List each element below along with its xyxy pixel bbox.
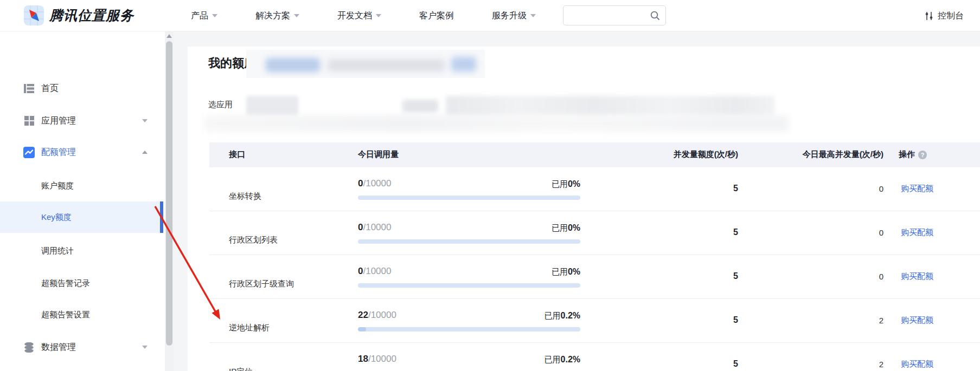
usage-progress-bar [358,283,580,288]
table-row: 逆地址解析 22/10000 已用0.2% 5 2 购买配额 [209,299,980,343]
sidebar-item-app-management[interactable]: 应用管理 [0,112,163,130]
console-link[interactable]: 控制台 [925,0,964,31]
blurred-label [402,100,438,113]
scrollbar-thumb[interactable] [166,41,172,346]
top-navbar: 腾讯位置服务 产品 解决方案 开发文档 客户案例 服务升级 [0,0,980,31]
vertical-scrollbar[interactable] [165,31,174,371]
console-label: 控制台 [938,10,964,22]
brand[interactable]: 腾讯位置服务 [24,5,134,25]
sidebar-item-quota-management[interactable]: 配额管理 [0,143,163,161]
sidebar: 首页 应用管理 配额管理 账户额度 Key额度 调用统计 超额告警记录 超额告警… [0,31,163,371]
table-row: IP定位 18/10000 已用0.2% 5 2 购买配额 [209,343,980,371]
compass-logo-icon [24,5,44,25]
quota-card: 我的额度 选应用 接口 今日调用量 并发量额度(次/秒) 今日最高并发量(次/秒… [188,47,980,371]
buy-quota-link[interactable]: 购买配额 [901,315,933,326]
usage-progress-bar [358,239,580,244]
table-header: 接口 今日调用量 并发量额度(次/秒) 今日最高并发量(次/秒) 操作 ? [209,142,980,167]
scroll-up-arrow-icon[interactable] [166,34,172,38]
buy-quota-link[interactable]: 购买配额 [901,184,933,194]
usage-progress-bar [358,196,580,200]
chevron-down-icon[interactable] [142,119,148,122]
sidebar-item-data-management[interactable]: 数据管理 [0,338,163,356]
sidebar-item-over-quota-alert-records[interactable]: 超额告警记录 [0,274,163,292]
home-list-icon [23,83,35,94]
main-content: 我的额度 选应用 接口 今日调用量 并发量额度(次/秒) 今日最高并发量(次/秒… [174,31,980,371]
blurred-region [204,115,789,132]
col-actions: 操作 ? [899,149,927,160]
blurred-text [266,58,320,72]
sidebar-item-home[interactable]: 首页 [0,79,163,97]
blurred-text [451,57,476,71]
nav-products[interactable]: 产品 [191,10,217,22]
chevron-up-icon[interactable] [142,151,148,154]
sidebar-item-call-statistics[interactable]: 调用统计 [0,242,163,260]
table-row: 坐标转换 0/10000 已用0% 5 0 购买配额 [209,167,980,211]
blurred-app-dropdown[interactable] [246,96,298,116]
sidebar-item-key-quota[interactable]: Key额度 [0,208,163,226]
col-interface: 接口 [229,149,245,160]
chevron-down-icon [376,14,381,17]
search-box [563,5,666,25]
nav-docs[interactable]: 开发文档 [337,10,381,22]
usage-progress-bar [358,327,580,331]
blurred-text [328,59,445,71]
chart-icon [23,147,35,158]
chevron-down-icon [530,14,536,17]
col-today-calls: 今日调用量 [358,149,399,160]
chevron-down-icon [212,14,217,17]
search-input[interactable] [569,6,645,24]
col-max-concurrency: 今日最高并发量(次/秒) [803,149,883,160]
buy-quota-link[interactable]: 购买配额 [901,271,933,282]
search-icon[interactable] [650,10,661,21]
nav-solutions[interactable]: 解决方案 [255,10,299,22]
brand-title: 腾讯位置服务 [49,6,134,24]
sidebar-item-account-quota[interactable]: 账户额度 [0,177,163,195]
grid-icon [23,115,35,127]
buy-quota-link[interactable]: 购买配额 [901,227,933,238]
top-menu: 产品 解决方案 开发文档 客户案例 服务升级 [191,0,536,31]
nav-cases[interactable]: 客户案例 [419,10,454,22]
blurred-region [246,50,485,78]
blurred-region [446,96,774,116]
chevron-down-icon[interactable] [142,346,148,349]
help-icon[interactable]: ? [918,151,927,159]
chevron-down-icon [294,14,299,17]
table-row: 行政区划列表 0/10000 已用0% 5 0 购买配额 [209,211,980,255]
buy-quota-link[interactable]: 购买配额 [901,359,933,369]
table-row: 行政区划子级查询 0/10000 已用0% 5 0 购买配额 [209,255,980,299]
app-select-label: 选应用 [208,100,233,110]
nav-upgrade[interactable]: 服务升级 [492,10,536,22]
sliders-icon [925,11,933,21]
sidebar-item-over-quota-alert-settings[interactable]: 超额告警设置 [0,305,163,324]
database-icon [23,342,35,353]
table-body: 坐标转换 0/10000 已用0% 5 0 购买配额 行政区划列表 0/1000… [209,167,980,371]
col-concurrency-quota: 并发量额度(次/秒) [674,149,738,160]
